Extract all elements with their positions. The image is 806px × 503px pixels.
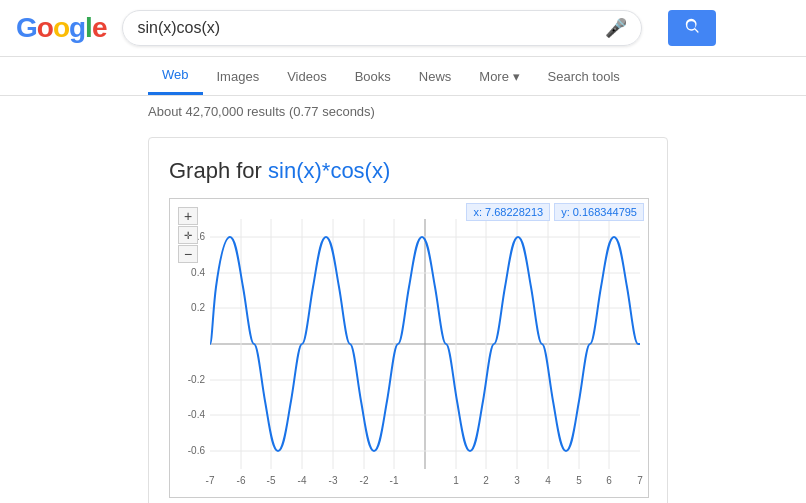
svg-text:-5: -5 xyxy=(267,475,276,486)
results-count-text: About 42,70,000 results (0.77 seconds) xyxy=(148,104,375,119)
tab-images[interactable]: Images xyxy=(203,59,274,94)
svg-rect-0 xyxy=(170,199,649,498)
svg-text:-0.6: -0.6 xyxy=(188,445,206,456)
svg-text:5: 5 xyxy=(576,475,582,486)
search-button[interactable] xyxy=(668,10,716,46)
zoom-out-button[interactable]: − xyxy=(178,245,198,263)
google-logo: Google xyxy=(16,12,106,44)
tab-videos[interactable]: Videos xyxy=(273,59,341,94)
tab-more[interactable]: More ▾ xyxy=(465,59,533,94)
svg-text:7: 7 xyxy=(637,475,643,486)
svg-text:0.4: 0.4 xyxy=(191,267,205,278)
svg-text:-0.4: -0.4 xyxy=(188,409,206,420)
svg-text:-1: -1 xyxy=(390,475,399,486)
tab-news[interactable]: News xyxy=(405,59,466,94)
search-bar: 🎤 xyxy=(122,10,642,46)
zoom-in-button[interactable]: + xyxy=(178,207,198,225)
header: Google 🎤 xyxy=(0,0,806,57)
svg-text:-7: -7 xyxy=(206,475,215,486)
graph-title: Graph for sin(x)*cos(x) xyxy=(169,158,647,184)
graph-formula: sin(x)*cos(x) xyxy=(268,158,390,183)
svg-text:3: 3 xyxy=(514,475,520,486)
svg-text:-2: -2 xyxy=(360,475,369,486)
mic-icon[interactable]: 🎤 xyxy=(605,17,627,39)
coord-x: x: 7.68228213 xyxy=(466,203,550,221)
svg-text:-3: -3 xyxy=(329,475,338,486)
svg-text:-0.2: -0.2 xyxy=(188,374,206,385)
svg-text:4: 4 xyxy=(545,475,551,486)
pan-button[interactable]: ✛ xyxy=(178,226,198,244)
svg-text:2: 2 xyxy=(483,475,489,486)
graph-svg: 0.6 0.4 0.2 -0.2 -0.4 -0.6 -7 -6 -5 xyxy=(170,199,649,498)
graph-title-static: Graph for xyxy=(169,158,268,183)
graph-container: x: 7.68228213 y: 0.168344795 + ✛ − xyxy=(169,198,649,498)
zoom-controls: + ✛ − xyxy=(178,207,198,264)
coord-y: y: 0.168344795 xyxy=(554,203,644,221)
results-count: About 42,70,000 results (0.77 seconds) xyxy=(0,96,806,127)
search-input[interactable] xyxy=(137,19,595,37)
nav-tabs: Web Images Videos Books News More ▾ Sear… xyxy=(0,57,806,96)
coord-display: x: 7.68228213 y: 0.168344795 xyxy=(466,203,644,221)
tab-web[interactable]: Web xyxy=(148,57,203,95)
svg-text:1: 1 xyxy=(453,475,459,486)
svg-text:0.2: 0.2 xyxy=(191,302,205,313)
graph-section: Graph for sin(x)*cos(x) x: 7.68228213 y:… xyxy=(148,137,668,503)
tab-search-tools[interactable]: Search tools xyxy=(534,59,634,94)
svg-text:6: 6 xyxy=(606,475,612,486)
svg-text:-6: -6 xyxy=(237,475,246,486)
svg-text:-4: -4 xyxy=(298,475,307,486)
tab-books[interactable]: Books xyxy=(341,59,405,94)
